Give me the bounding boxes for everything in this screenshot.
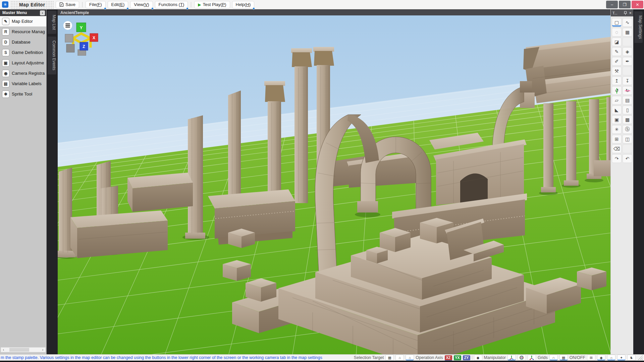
tiles-toggle-button[interactable]: ⊞	[587, 355, 595, 361]
tool-grid: ▢ ∿ ◌ ▦ ◪ ✎ ◈ ✐ ✒ ⚒ ↥ ↧ ↺ ↻ ▱ ▤ ◣ ▯ ▣ ▩ …	[611, 16, 633, 165]
sidebar-item-variable-labels[interactable]: ▤Variable Labels	[0, 78, 46, 89]
tiles-icon: ⊞	[590, 356, 593, 360]
status-message: m the stamp palette. Various settings in…	[1, 355, 322, 360]
tab-common-events[interactable]: Common Events	[48, 37, 56, 74]
scroll-right-arrow[interactable]: ›	[40, 348, 45, 352]
close-button[interactable]: ✕	[632, 1, 643, 8]
lower-terrain-tool[interactable]: ↧	[623, 76, 632, 85]
menu-view[interactable]: View(V)	[130, 1, 153, 8]
manipulator-scale-button[interactable]	[528, 355, 536, 361]
close-panel-icon[interactable]: ×	[629, 10, 632, 15]
duplicate-tool[interactable]: ⊞	[612, 135, 622, 143]
sidebar-item-resource-manager[interactable]: RResource Manag	[0, 26, 46, 37]
grid-display-button[interactable]: ▦	[559, 355, 568, 361]
axis-yx-button[interactable]: YX	[454, 355, 461, 360]
grid-snap-button[interactable]: ∩	[549, 355, 558, 361]
selection-target-all-button[interactable]: ⌂	[406, 355, 414, 361]
axis-xz-button[interactable]: XZ	[445, 355, 452, 360]
send-backward-tool[interactable]: ▩	[623, 115, 632, 124]
camera-registration-icon: ◉	[2, 70, 9, 77]
test-play-button[interactable]: ▶Test Play(P)	[194, 1, 230, 8]
manipulator-label: Manipulator	[484, 355, 506, 360]
sidebar-item-game-definition[interactable]: SGame Definition	[0, 47, 46, 58]
pen-tool[interactable]: ✎	[612, 47, 622, 56]
separator	[472, 355, 472, 360]
event-spray-tool[interactable]: ✳	[612, 125, 622, 134]
bring-forward-tool[interactable]: ▣	[612, 115, 622, 124]
start-point-tool[interactable]: Ⓢ	[623, 125, 632, 134]
scroll-left-arrow[interactable]: ‹	[1, 348, 6, 352]
y-axis-accent	[616, 88, 617, 94]
app-icon: ✳	[2, 1, 8, 8]
coordinate-toggle-button[interactable]: ◆	[474, 355, 482, 361]
paste-tool[interactable]: ◫	[623, 135, 632, 143]
scrollbar-thumb[interactable]	[9, 348, 29, 352]
select-rectangle-tool[interactable]: ▢	[612, 18, 622, 27]
selection-target-objects-button[interactable]: ⌂	[395, 355, 404, 361]
menu-help[interactable]: Help(H)	[232, 1, 255, 8]
notification-dot	[151, 7, 154, 10]
gizmo-x-axis[interactable]: X	[90, 34, 98, 42]
database-icon: D	[2, 39, 9, 46]
map-editor-icon: ✎	[2, 18, 9, 25]
rotate-y-tool[interactable]: ↺	[612, 86, 622, 95]
axis-zy-button[interactable]: ZY	[463, 355, 470, 360]
save-button[interactable]: Save	[56, 1, 79, 8]
sidebar-item-layout-adjustment[interactable]: ▣Layout Adjustme	[0, 58, 46, 68]
pin-icon[interactable]	[624, 11, 627, 15]
menu-file[interactable]: File(F)	[86, 1, 106, 8]
box-tool[interactable]: ▯	[623, 106, 632, 114]
shovel-tool[interactable]: ⚒	[612, 67, 622, 75]
resource-manager-icon: R	[2, 28, 9, 36]
layout-adjustment-icon: ▣	[2, 59, 9, 67]
lighting-toggle-button[interactable]: ☼	[607, 355, 615, 361]
slab-tool[interactable]: ▱	[612, 96, 622, 105]
rotate-rings-icon	[519, 355, 524, 360]
manipulator-move-button[interactable]	[507, 355, 516, 361]
eyedropper-tool[interactable]: ✒	[623, 57, 632, 66]
notification-dot	[104, 7, 106, 10]
gizmo-z-axis[interactable]: Z	[80, 42, 88, 50]
tab-map-settings[interactable]: Map Settings	[634, 11, 643, 43]
redo-button[interactable]: ↷	[612, 154, 622, 163]
sidebar-item-sprite-tool[interactable]: ✱Sprite Tool	[0, 89, 46, 99]
geometry-toggle-button[interactable]: ◆	[597, 355, 605, 361]
ramp-tool[interactable]: ◣	[612, 106, 622, 114]
slab-stack-tool[interactable]: ▤	[623, 96, 632, 105]
collapse-sidebar-button[interactable]: ‹	[40, 10, 45, 15]
viewport-scene[interactable]	[58, 15, 610, 354]
viewport-map-tab[interactable]: AncientTemple	[58, 9, 610, 15]
svg-text:X: X	[93, 36, 95, 40]
sidebar-scrollbar[interactable]: ‹ ›	[1, 347, 46, 352]
minimize-button[interactable]: –	[606, 1, 618, 8]
raise-terrain-tool[interactable]: ↥	[612, 76, 622, 85]
select-ellipse-tool[interactable]: ◌	[612, 28, 622, 37]
sidebar-item-map-editor[interactable]: ✎Map Editor	[0, 16, 46, 26]
brush-tool[interactable]: ✐	[612, 57, 622, 66]
manipulator-rotate-button[interactable]	[518, 355, 526, 361]
tab-map-list[interactable]: Map List	[48, 11, 56, 34]
rotate-x-tool[interactable]: ↻	[623, 86, 632, 95]
move-axes-icon	[509, 355, 514, 360]
maximize-button[interactable]: ❐	[619, 1, 631, 8]
menu-edit[interactable]: Edit(E)	[108, 1, 128, 8]
undo-button[interactable]: ↶	[623, 154, 632, 163]
select-face-tool[interactable]: ◪	[612, 38, 622, 46]
separator	[82, 2, 83, 7]
select-block-tool[interactable]: ▦	[623, 28, 632, 37]
selection-target-terrain-button[interactable]: ▦	[385, 355, 394, 361]
resize-grip[interactable]	[638, 355, 643, 360]
scale-axes-icon	[529, 355, 534, 360]
menu-functions[interactable]: Functions (T)	[155, 1, 188, 8]
tools-panel-header: T... ×	[611, 9, 633, 16]
orientation-gizmo[interactable]: Y X Z	[60, 18, 103, 56]
gizmo-y-axis[interactable]: Y	[76, 23, 86, 32]
character-toggle-button[interactable]: ♞	[627, 355, 636, 361]
sidebar-item-database[interactable]: DDatabase	[0, 37, 46, 47]
sidebar-item-camera-registration[interactable]: ◉Camera Registra	[0, 68, 46, 78]
select-free-tool[interactable]: ∿	[623, 18, 632, 27]
fill-bucket-tool[interactable]: ◈	[623, 47, 632, 56]
save-icon	[59, 2, 64, 7]
effects-toggle-button[interactable]: ✦	[617, 355, 626, 361]
trash-button[interactable]: ⌫	[612, 144, 622, 153]
